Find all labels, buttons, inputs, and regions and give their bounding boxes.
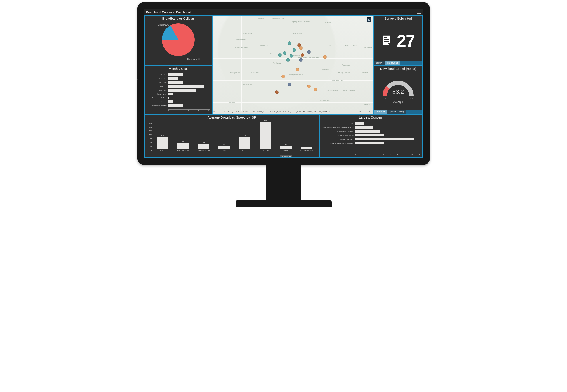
map-place-label: Boulder Hill: [243, 84, 252, 85]
surveys-count: 27: [397, 31, 415, 51]
cost-bar[interactable]: [168, 81, 184, 84]
cost-bar-row[interactable]: $150 or more: [168, 76, 210, 80]
map-survey-dot[interactable]: [293, 48, 296, 52]
cost-bar-row[interactable]: $75 - 101: [168, 88, 210, 92]
panel-map: City of Naperville, County of DuPage, Es…: [212, 15, 374, 114]
concern-bar[interactable]: [355, 134, 384, 137]
concern-bar[interactable]: [355, 138, 415, 140]
tab-download[interactable]: Download: [374, 110, 387, 114]
isp-bar-label: Comcast/Xfinity: [198, 149, 210, 151]
isp-bar[interactable]: [260, 122, 271, 149]
map-legend-icon[interactable]: [367, 17, 371, 22]
map-survey-dot[interactable]: [307, 50, 311, 54]
isp-bar-col[interactable]: 28Other: [214, 144, 234, 151]
side-panel-handle[interactable]: [137, 70, 138, 83]
tab-ping[interactable]: Ping: [398, 110, 406, 114]
map-survey-dot[interactable]: [296, 68, 299, 71]
panel-concern: Largest Concern CostNo internet service …: [319, 114, 423, 158]
cost-bar[interactable]: [168, 73, 184, 76]
concern-body[interactable]: CostNo internet service provider in my a…: [320, 120, 422, 157]
cost-bar[interactable]: [168, 100, 173, 103]
map-powered-by[interactable]: Powered by Esri: [359, 111, 372, 113]
isp-bar[interactable]: [301, 147, 312, 149]
map-survey-dot[interactable]: [307, 84, 311, 88]
isp-bar[interactable]: [198, 144, 209, 149]
map-survey-dot[interactable]: [323, 55, 327, 59]
cost-bar-row[interactable]: $25 - $50: [168, 80, 210, 84]
map-survey-dot[interactable]: [278, 53, 282, 57]
concern-bar-row[interactable]: Service reliability: [355, 137, 420, 141]
isp-bar-col[interactable]: 19Verizon Wireless: [296, 144, 317, 151]
isp-bar[interactable]: [239, 137, 251, 149]
cost-body[interactable]: $1 - $25$150 or more$25 - $50$50 - 75$75…: [145, 71, 212, 114]
isp-bar-col[interactable]: 134Spectrum: [234, 134, 255, 151]
cost-bar-row[interactable]: Included in rent / fees: [168, 96, 210, 100]
cost-bar-row[interactable]: $50 - 75: [168, 84, 210, 88]
map-place-label: Bolingbrook: [320, 99, 329, 101]
tab-no-internet[interactable]: No Internet: [385, 61, 400, 65]
map-survey-dot[interactable]: [299, 46, 303, 50]
map-survey-dot[interactable]: [297, 43, 301, 47]
isp-bar-col[interactable]: 300Suddenlink: [255, 120, 276, 151]
isp-bar[interactable]: [157, 137, 168, 149]
map-survey-dot[interactable]: [288, 83, 291, 86]
isp-body[interactable]: 050100150200250300350 131AT&T60AT&T Wire…: [145, 120, 319, 157]
gauge-chart: 83.2 18 300: [378, 77, 418, 101]
isp-bar-col[interactable]: 131AT&T: [152, 135, 173, 151]
concern-bar-row[interactable]: Poor service speed: [355, 133, 420, 137]
cost-bar[interactable]: [168, 77, 178, 80]
gauge-tabs: DownloadUploadPing: [374, 110, 422, 114]
cost-bar-label: $25 - $50: [146, 81, 167, 83]
cost-bar-row[interactable]: $1 - $25: [168, 72, 210, 76]
tab-surveys[interactable]: Surveys: [374, 61, 385, 65]
menu-icon[interactable]: [417, 11, 421, 14]
map-survey-dot[interactable]: [299, 58, 303, 62]
gauge-max: 300: [410, 97, 413, 99]
cost-bar-row[interactable]: No cost: [168, 100, 210, 104]
map-survey-dot[interactable]: [275, 90, 279, 94]
gauge-body[interactable]: 83.2 18 300 Average: [374, 71, 422, 110]
concern-bar-row[interactable]: Poor customer service: [355, 129, 420, 133]
map-place-label: Batavia: [258, 18, 264, 20]
isp-bar[interactable]: [280, 146, 292, 149]
isp-bar-label: Other: [222, 149, 226, 151]
map-survey-dot[interactable]: [313, 88, 317, 91]
isp-bar-col[interactable]: 60AT&T Wireless: [173, 141, 193, 151]
pie-body[interactable]: Cellular 17% Broadband 83%: [145, 21, 212, 65]
svg-rect-3: [384, 41, 389, 42]
cost-bar-row[interactable]: I don't know: [168, 92, 210, 96]
cost-bar[interactable]: [168, 85, 204, 88]
map-place-label: Woodland Hills: [272, 18, 284, 20]
panel-gauge: Download Speed (mbps) 83.2 18 300 Averag…: [374, 66, 423, 114]
map-place-label: Marywood: [260, 44, 268, 46]
map-survey-dot[interactable]: [282, 75, 285, 78]
concern-bar-row[interactable]: Cost: [355, 121, 420, 125]
concern-bar[interactable]: [355, 142, 384, 144]
isp-bar[interactable]: [218, 146, 230, 149]
concern-bar[interactable]: [355, 130, 380, 133]
cost-bar[interactable]: [168, 97, 169, 99]
map-survey-dot[interactable]: [283, 51, 286, 55]
pie-chart[interactable]: [162, 23, 195, 56]
concern-bar[interactable]: [355, 122, 364, 125]
surveys-body: 27: [374, 21, 422, 61]
map-survey-dot[interactable]: [288, 42, 291, 45]
cost-bar-row[interactable]: Prefer not to answer: [168, 104, 210, 108]
isp-bar[interactable]: [177, 143, 189, 149]
dashboard-body: Broadband or Cellular Cellular 17% Broad…: [144, 15, 423, 158]
svg-rect-2: [384, 39, 389, 40]
concern-bar-row[interactable]: Service/hardware affordability: [355, 141, 420, 145]
isp-bar-col[interactable]: 55Comcast/Xfinity: [193, 141, 214, 151]
map-body: City of Naperville, County of DuPage, Es…: [213, 16, 373, 114]
map-survey-dot[interactable]: [289, 54, 293, 58]
map-survey-dot[interactable]: [286, 58, 290, 62]
cost-bar[interactable]: [168, 93, 173, 96]
tab-upload[interactable]: Upload: [387, 110, 398, 114]
map-survey-dot[interactable]: [301, 53, 304, 57]
cost-bar[interactable]: [168, 104, 184, 107]
cost-bar[interactable]: [168, 89, 197, 92]
isp-bar-col[interactable]: 31TMobile: [276, 143, 296, 151]
concern-bar[interactable]: [355, 126, 373, 129]
map-canvas[interactable]: City of Naperville, County of DuPage, Es…: [213, 16, 373, 114]
concern-bar-row[interactable]: No internet service provider in my area: [355, 125, 420, 129]
